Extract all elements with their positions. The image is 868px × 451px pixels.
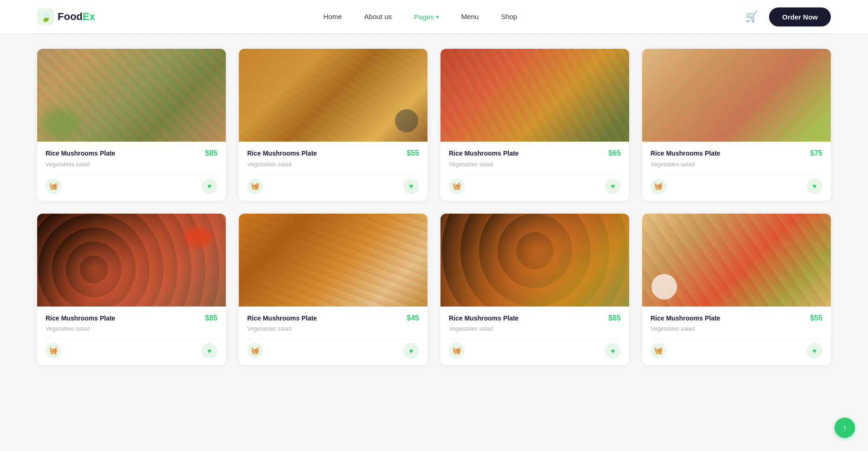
nav-home[interactable]: Home xyxy=(323,13,342,20)
product-image-2 xyxy=(239,49,427,142)
product-category: Vegetables salad xyxy=(449,161,621,168)
navbar: 🍃 FoodEx Home About us Pages ▾ Menu Shop… xyxy=(0,0,868,33)
product-actions: 🧺 ♥ xyxy=(247,339,419,359)
product-name: Rice Mushrooms Plate xyxy=(651,149,720,158)
product-grid: Rice Mushrooms Plate $85 Vegetables sala… xyxy=(0,34,868,384)
chevron-down-icon: ▾ xyxy=(436,13,439,20)
product-card: Rice Mushrooms Plate $55 Vegetables sala… xyxy=(239,49,427,201)
product-name: Rice Mushrooms Plate xyxy=(46,149,115,158)
logo-icon: 🍃 xyxy=(37,8,54,25)
product-info: Rice Mushrooms Plate $85 Vegetables sala… xyxy=(37,142,226,201)
product-info: Rice Mushrooms Plate $75 Vegetables sala… xyxy=(642,142,831,201)
product-actions: 🧺 ♥ xyxy=(247,174,419,194)
product-name: Rice Mushrooms Plate xyxy=(247,314,317,323)
product-info: Rice Mushrooms Plate $55 Vegetables sala… xyxy=(239,142,427,201)
product-image-1 xyxy=(37,49,226,142)
product-card: Rice Mushrooms Plate $85 Vegetables sala… xyxy=(37,49,226,201)
product-price: $65 xyxy=(608,149,621,157)
add-to-wishlist-button[interactable]: ♥ xyxy=(807,178,822,194)
product-name: Rice Mushrooms Plate xyxy=(247,149,317,158)
product-actions: 🧺 ♥ xyxy=(449,174,621,194)
product-actions: 🧺 ♥ xyxy=(651,174,822,194)
product-category: Vegetables salad xyxy=(247,326,419,332)
add-to-cart-button[interactable]: 🧺 xyxy=(247,178,263,194)
product-price: $85 xyxy=(205,149,217,157)
nav-pages[interactable]: Pages ▾ xyxy=(414,13,439,21)
add-to-wishlist-button[interactable]: ♥ xyxy=(403,178,419,194)
product-category: Vegetables salad xyxy=(46,326,217,332)
logo[interactable]: 🍃 FoodEx xyxy=(37,8,95,25)
product-category: Vegetables salad xyxy=(449,326,621,332)
product-price: $85 xyxy=(205,314,217,322)
cart-icon[interactable]: 🛒 xyxy=(745,11,758,23)
product-image-3 xyxy=(441,49,629,142)
product-image-5 xyxy=(37,214,226,307)
product-category: Vegetables salad xyxy=(247,161,419,168)
product-image-4 xyxy=(642,49,831,142)
add-to-wishlist-button[interactable]: ♥ xyxy=(202,343,217,359)
product-image-7 xyxy=(441,214,629,307)
nav-shop[interactable]: Shop xyxy=(501,13,517,20)
add-to-wishlist-button[interactable]: ♥ xyxy=(403,343,419,359)
product-info: Rice Mushrooms Plate $85 Vegetables sala… xyxy=(37,307,226,366)
product-image-8 xyxy=(642,214,831,307)
product-card: Rice Mushrooms Plate $75 Vegetables sala… xyxy=(642,49,831,201)
product-category: Vegetables salad xyxy=(46,161,217,168)
add-to-wishlist-button[interactable]: ♥ xyxy=(807,343,822,359)
product-info: Rice Mushrooms Plate $55 Vegetables sala… xyxy=(642,307,831,366)
product-card: Rice Mushrooms Plate $65 Vegetables sala… xyxy=(441,49,629,201)
nav-links: Home About us Pages ▾ Menu Shop xyxy=(323,13,517,21)
product-image-6 xyxy=(239,214,427,307)
product-price: $55 xyxy=(810,314,822,322)
product-card: Rice Mushrooms Plate $45 Vegetables sala… xyxy=(239,214,427,366)
nav-right: 🛒 Order Now xyxy=(745,7,831,26)
product-price: $85 xyxy=(608,314,621,322)
product-info: Rice Mushrooms Plate $85 Vegetables sala… xyxy=(441,307,629,366)
add-to-cart-button[interactable]: 🧺 xyxy=(449,178,465,194)
product-name: Rice Mushrooms Plate xyxy=(651,314,720,323)
add-to-wishlist-button[interactable]: ♥ xyxy=(202,178,217,194)
product-actions: 🧺 ♥ xyxy=(46,174,217,194)
product-name: Rice Mushrooms Plate xyxy=(46,314,115,323)
scroll-to-top-button[interactable]: ↑ xyxy=(835,418,855,438)
product-card: Rice Mushrooms Plate $85 Vegetables sala… xyxy=(37,214,226,366)
product-price: $45 xyxy=(407,314,419,322)
add-to-wishlist-button[interactable]: ♥ xyxy=(605,343,621,359)
nav-menu[interactable]: Menu xyxy=(461,13,479,20)
product-category: Vegetables salad xyxy=(651,161,822,168)
product-actions: 🧺 ♥ xyxy=(46,339,217,359)
nav-about[interactable]: About us xyxy=(364,13,392,20)
product-info: Rice Mushrooms Plate $65 Vegetables sala… xyxy=(441,142,629,201)
product-category: Vegetables salad xyxy=(651,326,822,332)
add-to-cart-button[interactable]: 🧺 xyxy=(449,343,465,359)
add-to-wishlist-button[interactable]: ♥ xyxy=(605,178,621,194)
product-actions: 🧺 ♥ xyxy=(651,339,822,359)
add-to-cart-button[interactable]: 🧺 xyxy=(247,343,263,359)
product-name: Rice Mushrooms Plate xyxy=(449,149,519,158)
product-card: Rice Mushrooms Plate $55 Vegetables sala… xyxy=(642,214,831,366)
logo-text: FoodEx xyxy=(58,11,95,23)
product-name: Rice Mushrooms Plate xyxy=(449,314,519,323)
product-actions: 🧺 ♥ xyxy=(449,339,621,359)
product-info: Rice Mushrooms Plate $45 Vegetables sala… xyxy=(239,307,427,366)
arrow-up-icon: ↑ xyxy=(842,423,847,433)
add-to-cart-button[interactable]: 🧺 xyxy=(46,343,61,359)
order-now-button[interactable]: Order Now xyxy=(769,7,831,26)
add-to-cart-button[interactable]: 🧺 xyxy=(651,343,666,359)
add-to-cart-button[interactable]: 🧺 xyxy=(46,178,61,194)
add-to-cart-button[interactable]: 🧺 xyxy=(651,178,666,194)
product-price: $55 xyxy=(407,149,419,157)
product-card: Rice Mushrooms Plate $85 Vegetables sala… xyxy=(441,214,629,366)
product-price: $75 xyxy=(810,149,822,157)
